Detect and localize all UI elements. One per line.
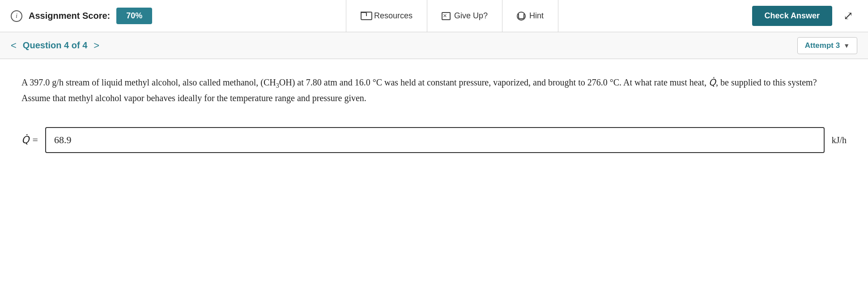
hint-label: Hint (529, 11, 544, 21)
header-right: Check Answer ⤢ (752, 6, 857, 26)
attempt-label: Attempt 3 (805, 41, 840, 50)
info-icon-label: i (16, 12, 17, 20)
question-nav-bar: < Question 4 of 4 > Attempt 3 ▼ (0, 32, 868, 59)
info-icon[interactable]: i (11, 10, 22, 22)
attempt-dropdown[interactable]: Attempt 3 ▼ (797, 37, 857, 54)
folder-icon (361, 12, 370, 20)
give-up-icon (442, 12, 451, 20)
give-up-button[interactable]: Give Up? (427, 0, 502, 32)
assignment-score-label: Assignment Score: (29, 11, 110, 21)
hint-button[interactable]: Hint (502, 0, 558, 32)
resources-label: Resources (374, 11, 413, 21)
question-label: Question 4 of 4 (23, 40, 87, 51)
score-badge: 70% (116, 8, 152, 24)
question-nav-left: < Question 4 of 4 > (11, 40, 99, 51)
main-content: A 397.0 g/h stream of liquid methyl alco… (0, 59, 868, 175)
question-text: A 397.0 g/h stream of liquid methyl alco… (21, 75, 827, 106)
give-up-label: Give Up? (454, 11, 488, 21)
header-bar: i Assignment Score: 70% Resources Give U… (0, 0, 868, 32)
fullscreen-button[interactable]: ⤢ (839, 7, 857, 25)
resources-button[interactable]: Resources (346, 0, 427, 32)
header-left: i Assignment Score: 70% (11, 8, 152, 24)
prev-question-button[interactable]: < (11, 40, 17, 51)
next-question-button[interactable]: > (94, 40, 99, 51)
hint-icon (517, 12, 526, 21)
header-center: Resources Give Up? Hint (152, 0, 752, 32)
question-paragraph: A 397.0 g/h stream of liquid methyl alco… (21, 75, 827, 106)
answer-row: Q̇ = kJ/h (21, 127, 847, 153)
answer-variable-label: Q̇ = (21, 134, 38, 146)
chevron-down-icon: ▼ (843, 42, 850, 49)
check-answer-button[interactable]: Check Answer (752, 6, 832, 26)
fullscreen-icon: ⤢ (843, 9, 853, 23)
answer-input[interactable] (45, 127, 825, 153)
unit-label: kJ/h (832, 135, 847, 145)
